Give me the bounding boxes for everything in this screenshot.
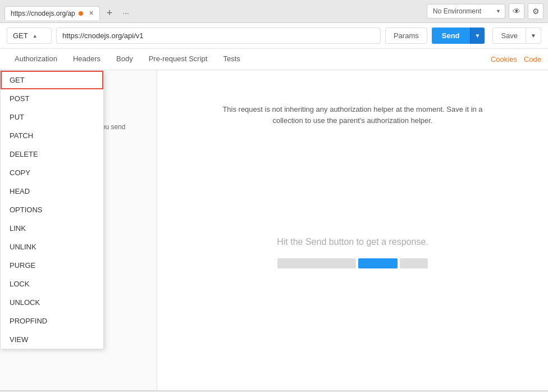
dropdown-item-post[interactable]: POST [1, 89, 103, 108]
dropdown-item-get[interactable]: GET [1, 71, 103, 89]
save-button[interactable]: Save [492, 28, 526, 44]
auth-helper-message: This request is not inheriting any autho… [212, 104, 493, 126]
left-panel: TYPE Inherit auth from parent The author… [0, 70, 157, 390]
tab-pre-request-script[interactable]: Pre-request Script [141, 49, 216, 70]
eye-icon-button[interactable]: 👁 [509, 3, 524, 19]
response-area: Hit the Send button to get a response. [277, 126, 428, 379]
save-dropdown-button[interactable]: ▼ [526, 28, 541, 44]
tab-authorization[interactable]: Authorization [7, 49, 65, 70]
code-link[interactable]: Code [524, 55, 541, 63]
dropdown-item-copy[interactable]: COPY [1, 163, 103, 182]
tab-close-button[interactable]: ✕ [89, 10, 94, 17]
dropdown-item-patch[interactable]: PATCH [1, 126, 103, 145]
gear-icon: ⚙ [532, 7, 540, 16]
browser-tab[interactable]: https://cnodejs.org/ap ✕ [4, 6, 100, 20]
params-button[interactable]: Params [385, 28, 427, 44]
dropdown-item-head[interactable]: HEAD [1, 182, 103, 200]
environment-selector-wrapper: No Environment [427, 4, 505, 19]
dropdown-item-unlock[interactable]: UNLOCK [1, 293, 103, 312]
cookies-link[interactable]: Cookies [491, 55, 517, 63]
tab-more-button[interactable]: ··· [119, 6, 133, 20]
dropdown-item-delete[interactable]: DELETE [1, 145, 103, 163]
eye-icon: 👁 [513, 7, 520, 16]
send-button[interactable]: Send [432, 28, 470, 44]
browser-right-controls: No Environment 👁 ⚙ [422, 0, 548, 22]
content-area: TYPE Inherit auth from parent The author… [0, 70, 548, 390]
bar-gray-long [277, 258, 356, 268]
hit-send-text: Hit the Send button to get a response. [277, 237, 428, 247]
right-panel: This request is not inheriting any autho… [157, 70, 548, 390]
method-arrow: ▲ [33, 33, 38, 39]
browser-chrome: https://cnodejs.org/ap ✕ + ··· No Enviro… [0, 0, 548, 23]
dropdown-item-put[interactable]: PUT [1, 108, 103, 126]
environment-select[interactable]: No Environment [427, 4, 505, 19]
method-selector-button[interactable]: GET ▲ [7, 28, 52, 44]
new-tab-button[interactable]: + [102, 6, 117, 20]
postman-main: GET ▲ Params Send ▼ Save ▼ Authorization… [0, 23, 548, 390]
dropdown-item-purge[interactable]: PURGE [1, 256, 103, 275]
bar-gray-short [400, 258, 428, 268]
url-input[interactable] [56, 28, 381, 44]
tab-url-text: https://cnodejs.org/ap [11, 10, 75, 17]
dropdown-item-unlink[interactable]: UNLINK [1, 238, 103, 256]
save-group: Save ▼ [492, 28, 541, 44]
dropdown-item-propfind[interactable]: PROPFIND [1, 312, 103, 330]
tab-bar: https://cnodejs.org/ap ✕ + ··· [0, 2, 422, 20]
bar-blue [358, 258, 398, 268]
tab-tests[interactable]: Tests [215, 49, 248, 70]
dropdown-item-options[interactable]: OPTIONS [1, 200, 103, 219]
tab-dot-indicator [79, 11, 83, 16]
response-placeholder-bars [277, 258, 428, 268]
send-dropdown-button[interactable]: ▼ [470, 28, 485, 44]
tab-body[interactable]: Body [108, 49, 141, 70]
send-group: Send ▼ [432, 28, 485, 44]
dropdown-item-lock[interactable]: LOCK [1, 275, 103, 293]
tab-headers[interactable]: Headers [65, 49, 108, 70]
gear-icon-button[interactable]: ⚙ [528, 3, 544, 19]
dropdown-item-view[interactable]: VIEW [1, 330, 103, 349]
dropdown-item-link[interactable]: LINK [1, 219, 103, 238]
tabs-right-links: Cookies Code [491, 55, 541, 63]
method-dropdown-menu: GET POST PUT PATCH DELETE COPY HEAD OPTI… [0, 70, 104, 349]
method-label: GET [13, 31, 28, 40]
url-bar: GET ▲ Params Send ▼ Save ▼ [0, 23, 548, 49]
request-tabs-row: Authorization Headers Body Pre-request S… [0, 49, 548, 70]
